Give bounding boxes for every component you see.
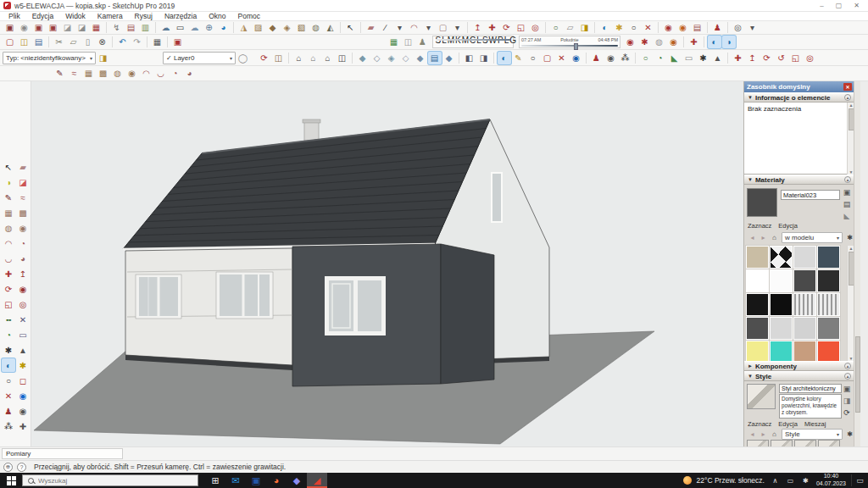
create-style-icon[interactable]: ▣ <box>842 384 853 394</box>
walk-icon[interactable]: ▤ <box>691 21 704 34</box>
collection-combo[interactable]: w modelu ▾ <box>782 232 843 243</box>
line-icon[interactable]: ✎ <box>2 191 15 204</box>
previous-view-icon[interactable]: ◉ <box>16 389 30 402</box>
app-blue-icon[interactable]: ▣ <box>246 473 266 488</box>
style-name-field[interactable]: Styl architektoniczny <box>779 384 842 393</box>
rollup-icon[interactable]: ▴ <box>844 373 851 380</box>
move-icon[interactable]: ✚ <box>2 267 15 280</box>
material-swatch[interactable] <box>770 293 793 316</box>
orbit-active-icon[interactable]: ◐ <box>708 36 721 48</box>
measurements-box[interactable]: Pomiary <box>2 448 123 459</box>
scale-icon[interactable]: ◱ <box>789 52 803 64</box>
home-icon[interactable]: ⌂ <box>292 52 306 64</box>
position-camera-icon[interactable]: ◉ <box>662 21 676 34</box>
flip-edge-icon[interactable]: ◭ <box>324 21 337 34</box>
delete-icon[interactable]: ⊗ <box>96 36 109 48</box>
circle-icon[interactable]: ◍ <box>111 67 125 80</box>
styles-tabs[interactable]: ZaznaczEdycjaMieszaj <box>748 420 826 428</box>
menu-okno[interactable]: Okno <box>203 12 231 20</box>
shadows-toggle-icon[interactable]: ◉ <box>624 36 637 48</box>
material-swatch[interactable] <box>746 269 769 292</box>
section-display-icon[interactable]: ▤ <box>428 52 442 64</box>
close-button[interactable]: ✕ <box>854 2 860 9</box>
circle-icon[interactable]: ◍ <box>2 221 15 235</box>
position-camera-icon[interactable]: ♟ <box>590 52 604 64</box>
add-detail-icon[interactable]: ◍ <box>309 21 323 34</box>
tab-edycja[interactable]: Edycja <box>778 420 798 428</box>
section-plane-icon[interactable]: ◧ <box>463 52 476 64</box>
rotated-rectangle-icon[interactable]: ▩ <box>97 67 110 80</box>
forward-icon[interactable]: ▸ <box>759 430 769 440</box>
tape-icon[interactable]: ○ <box>639 52 653 64</box>
arc-icon[interactable]: ◠ <box>408 21 421 34</box>
move-camera-icon[interactable]: ✚ <box>16 419 30 433</box>
axes-icon[interactable]: ✚ <box>687 36 701 48</box>
solid-split-icon[interactable]: ◆ <box>414 52 427 64</box>
material-swatch[interactable] <box>793 293 816 316</box>
zoom-window-icon[interactable]: ▢ <box>541 52 554 64</box>
select-icon[interactable]: ↖ <box>344 21 358 34</box>
move-icon[interactable]: ✚ <box>486 21 499 34</box>
drape-icon[interactable]: ▧ <box>295 21 309 34</box>
material-swatch[interactable] <box>793 317 816 340</box>
arc-icon[interactable]: ◠ <box>2 236 15 250</box>
offset-icon[interactable]: ◎ <box>529 21 542 34</box>
sandbox-contours-icon[interactable]: ◮ <box>237 21 251 34</box>
tab-mieszaj[interactable]: Mieszaj <box>804 420 826 428</box>
material-swatch[interactable] <box>770 317 793 340</box>
material-swatch[interactable] <box>817 269 840 292</box>
move-icon[interactable]: ✚ <box>732 52 745 64</box>
follow-me-icon[interactable]: ↺ <box>775 52 788 64</box>
open-icon[interactable]: ◫ <box>18 36 31 48</box>
pie-icon[interactable]: ◕ <box>16 252 30 265</box>
zoom-icon[interactable]: ○ <box>627 21 641 34</box>
text-icon[interactable]: ▭ <box>682 52 696 64</box>
type-filter-combo[interactable]: Typ: <niezidentyfikowany> ▾ <box>3 52 96 64</box>
terrain-toggle-icon[interactable]: ◫ <box>402 36 415 48</box>
cloud-upload-icon[interactable]: ☁ <box>188 21 202 34</box>
entourage-icon[interactable]: ♟ <box>416 36 430 48</box>
material-swatch[interactable] <box>770 269 793 292</box>
style-thumb[interactable] <box>747 440 769 446</box>
layout-icon[interactable]: ▣ <box>32 21 46 34</box>
back-icon[interactable]: ◂ <box>748 233 758 243</box>
tape-measure-icon[interactable]: ○ <box>549 21 563 34</box>
shadow-date-slider[interactable]: SLMKMCLSWPLG <box>432 36 514 48</box>
zoom-extents-icon[interactable]: ✕ <box>2 389 15 402</box>
in-model-icon[interactable]: ⌂ <box>770 233 780 243</box>
maximize-button[interactable]: ▢ <box>836 2 843 9</box>
shape-style2-icon[interactable]: ◪ <box>75 21 89 34</box>
follow-me-icon[interactable]: ◉ <box>16 282 30 296</box>
dimension-icon[interactable]: ✕ <box>16 313 30 326</box>
details-icon[interactable]: ✱ <box>845 233 854 243</box>
pie-icon[interactable]: ◕ <box>183 67 197 80</box>
tray-scroll-thumb[interactable] <box>855 336 860 413</box>
grid-icon[interactable]: ▦ <box>90 21 103 34</box>
sandbox-scratch-icon[interactable]: ▨ <box>252 21 265 34</box>
protractor-icon[interactable]: ◔ <box>654 52 667 64</box>
panel2-icon[interactable]: ▥ <box>139 21 153 34</box>
minimize-button[interactable]: – <box>820 2 823 9</box>
material-swatch[interactable] <box>793 269 816 292</box>
add-location-icon[interactable]: ⊕ <box>203 21 216 34</box>
material-name-field[interactable]: Material023 <box>781 190 840 200</box>
material-swatch[interactable] <box>746 293 769 316</box>
material-preview[interactable] <box>747 188 777 217</box>
zoom-extents-icon[interactable]: ✕ <box>642 21 655 34</box>
orbit-icon[interactable]: ◐ <box>2 358 15 372</box>
material-swatch[interactable] <box>746 341 769 363</box>
panel-icon[interactable]: ▤ <box>125 21 138 34</box>
material-swatch[interactable] <box>817 246 840 269</box>
section-materials[interactable]: ▼ Materiały ▴ <box>744 175 854 185</box>
rollup-icon[interactable]: ▴ <box>844 363 851 369</box>
help-icon[interactable]: ? <box>17 463 26 472</box>
mail-icon[interactable]: ✉ <box>225 473 246 488</box>
solid-intersect-icon[interactable]: ◇ <box>399 52 413 64</box>
styles-icon[interactable]: ▣ <box>3 21 17 34</box>
cloud-icon[interactable]: ☁ <box>159 21 173 34</box>
layer-combo[interactable]: ✓ Layer0 ▾ <box>163 52 236 64</box>
tab-zaznacz[interactable]: Zaznacz <box>748 420 771 428</box>
rectangle-icon[interactable]: ▦ <box>82 67 96 80</box>
update-style-icon[interactable]: ⟳ <box>842 408 853 418</box>
select-icon[interactable]: ↖ <box>2 160 15 174</box>
